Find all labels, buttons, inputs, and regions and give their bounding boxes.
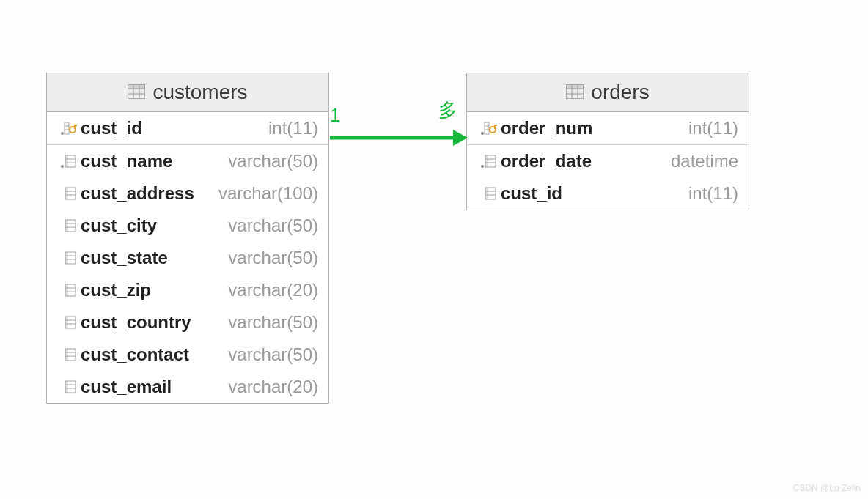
svg-rect-15 — [65, 155, 68, 167]
column-name: cust_contact — [81, 344, 195, 365]
column-type: varchar(50) — [174, 248, 318, 268]
column-row: order_num int(11) — [467, 112, 749, 145]
primary-key-icon — [57, 121, 81, 136]
column-name: cust_email — [81, 377, 177, 397]
table-orders-title: orders — [591, 81, 649, 104]
column-type: int(11) — [148, 118, 318, 138]
table-customers-title: customers — [152, 81, 247, 104]
column-row: cust_id int(11) — [47, 112, 328, 145]
column-name: cust_zip — [81, 280, 157, 300]
table-customers: customers cust_id int(11) — [46, 73, 329, 404]
svg-rect-19 — [65, 188, 68, 199]
column-type: datetime — [597, 151, 738, 171]
column-row: cust_state varchar(50) — [47, 242, 328, 274]
column-type: varchar(100) — [200, 183, 318, 204]
svg-point-59 — [481, 165, 484, 168]
column-row: cust_email varchar(20) — [47, 371, 328, 403]
column-name: cust_city — [81, 215, 163, 236]
column-icon — [57, 154, 81, 169]
svg-marker-69 — [453, 130, 468, 146]
watermark-text: CSDN @Lu Zelin — [793, 483, 861, 493]
svg-rect-35 — [65, 317, 68, 328]
svg-rect-39 — [65, 349, 68, 361]
column-name: cust_country — [81, 312, 197, 333]
svg-rect-7 — [65, 122, 69, 134]
column-icon — [57, 347, 81, 362]
column-row: cust_country varchar(50) — [47, 306, 328, 339]
svg-rect-43 — [65, 381, 68, 393]
column-icon — [477, 154, 501, 169]
cardinality-one-label: 1 — [330, 104, 340, 127]
column-icon — [57, 186, 81, 201]
column-name: cust_id — [501, 183, 568, 204]
svg-rect-47 — [566, 84, 584, 89]
column-type: int(11) — [568, 183, 738, 204]
svg-rect-23 — [65, 220, 68, 232]
column-name: cust_name — [81, 151, 178, 171]
svg-rect-12 — [74, 125, 77, 126]
svg-rect-31 — [65, 284, 68, 296]
svg-rect-53 — [485, 122, 489, 134]
svg-point-52 — [481, 132, 484, 135]
column-row: order_date datetime — [467, 145, 749, 177]
column-type: varchar(50) — [197, 312, 318, 333]
column-name: cust_address — [81, 183, 200, 204]
column-name: cust_id — [81, 118, 148, 138]
svg-rect-58 — [494, 125, 497, 126]
column-row: cust_zip varchar(20) — [47, 274, 328, 306]
column-type: varchar(50) — [163, 215, 318, 236]
svg-point-6 — [61, 132, 64, 135]
column-name: order_date — [501, 151, 597, 171]
column-row: cust_name varchar(50) — [47, 145, 328, 177]
table-orders-header: orders — [467, 73, 749, 112]
table-orders: orders order_num int(11) — [466, 73, 749, 210]
column-row: cust_contact varchar(50) — [47, 339, 328, 371]
table-icon — [128, 81, 145, 104]
column-icon — [57, 380, 81, 394]
column-name: cust_state — [81, 248, 174, 268]
column-icon — [57, 315, 81, 330]
svg-rect-65 — [485, 188, 488, 199]
column-type: varchar(50) — [195, 344, 318, 365]
column-icon — [57, 218, 81, 233]
column-row: cust_address varchar(100) — [47, 177, 328, 210]
column-type: varchar(20) — [157, 280, 318, 300]
svg-rect-27 — [65, 252, 68, 264]
svg-rect-1 — [128, 84, 145, 89]
column-icon — [57, 283, 81, 297]
svg-rect-61 — [485, 155, 488, 167]
column-row: cust_city varchar(50) — [47, 210, 328, 242]
column-icon — [477, 186, 501, 201]
cardinality-many-label: 多 — [438, 97, 457, 123]
table-icon — [566, 81, 584, 104]
column-icon — [57, 251, 81, 265]
column-name: order_num — [501, 118, 598, 138]
column-type: varchar(20) — [177, 377, 318, 397]
column-type: varchar(50) — [178, 151, 318, 171]
column-type: int(11) — [598, 118, 738, 138]
primary-key-icon — [477, 121, 501, 136]
column-row: cust_id int(11) — [467, 177, 749, 210]
table-customers-header: customers — [47, 73, 328, 112]
relationship-arrow-icon — [328, 127, 468, 149]
svg-point-13 — [61, 165, 64, 168]
